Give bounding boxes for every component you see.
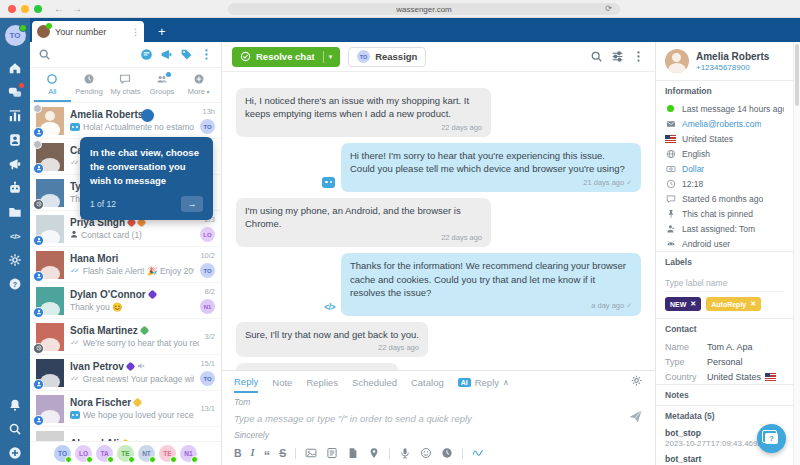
emoji-icon[interactable] [420,447,432,459]
assigned-agent-icon [33,379,44,390]
labels-icon[interactable] [180,48,193,61]
message-list: Hi, I noticed there's an issue with my s… [222,72,655,370]
search-icon[interactable] [3,417,27,441]
agent-avatar[interactable]: TO [54,445,71,462]
tab-note[interactable]: Note [272,371,292,393]
italic-icon[interactable]: I [251,448,255,459]
label-chip-autoreply[interactable]: AutoReply [706,297,761,311]
search-messages-icon[interactable] [590,50,603,63]
chat-row-hana[interactable]: Hana Mori Flash Sale Alert! 🎉 Enjoy 20% … [30,247,221,283]
back-icon[interactable]: ← [54,3,64,14]
template-icon[interactable] [326,447,338,459]
filter-pending[interactable]: Pending [71,73,108,102]
location-icon[interactable] [368,447,380,459]
tab-replies[interactable]: Replies [306,371,338,393]
tab-ai-reply[interactable]: AIReply∧ [458,371,509,393]
home-icon[interactable] [3,56,27,80]
chat-row-amelia[interactable]: Amelia Roberts Hola! Actualmente no esta… [30,103,221,139]
api-icon[interactable]: </> [3,224,27,248]
signature-toggle-icon[interactable] [472,447,484,459]
chats-icon[interactable] [3,80,27,104]
strikethrough-icon[interactable]: S [279,448,286,459]
filter-more[interactable]: More [180,73,217,102]
chat-row-nora[interactable]: Nora Fischer We hope you loved your rece… [30,391,221,427]
minimize-window-button[interactable] [21,5,29,13]
help-icon[interactable]: ? [3,272,27,296]
collapse-icon[interactable]: ∧ [503,378,509,387]
remove-label-icon[interactable] [690,300,696,308]
image-attach-icon[interactable] [305,447,317,459]
document-attach-icon[interactable] [347,447,359,459]
bot-icon[interactable] [3,176,27,200]
info-currency[interactable]: Dollar [656,161,793,176]
agent-avatar[interactable]: NT [138,445,155,462]
maximize-window-button[interactable] [34,5,42,13]
section-metadata: Metadata (5) [656,405,793,426]
contacts-icon[interactable] [3,128,27,152]
info-email[interactable]: Amelia@roberts.com [656,116,793,131]
window-controls[interactable] [8,5,42,13]
filter-groups[interactable]: Groups [144,73,181,102]
scrollbar-thumb[interactable] [795,44,799,106]
reassign-button[interactable]: TO Reassign [348,47,426,67]
agent-avatar[interactable]: N1 [180,445,197,462]
agent-avatar[interactable]: TA [96,445,113,462]
tab-catalog[interactable]: Catalog [411,371,444,393]
chat-row-dylan[interactable]: Dylan O'Connor Thank you 😊 8/2N1 [30,283,221,319]
agent-avatar[interactable]: TE [159,445,176,462]
chat-menu-icon[interactable] [632,50,645,63]
chat-list-menu-icon[interactable] [200,48,213,61]
message-input[interactable]: Type a message or type "/" in order to s… [234,409,628,428]
remove-label-icon[interactable] [750,300,756,308]
campaigns-icon[interactable] [3,152,27,176]
create-icon[interactable] [3,441,27,465]
broadcast-icon[interactable] [160,48,173,61]
contact-phone[interactable]: +12345678900 [696,63,769,72]
send-icon[interactable] [628,409,643,428]
resolve-chat-button[interactable]: Resolve chat ▾ [232,47,340,67]
mic-icon[interactable] [399,447,411,459]
label-tag-icon [125,362,135,372]
filter-all[interactable]: All [34,73,71,102]
agent-badge: TO [200,371,215,386]
new-chat-icon[interactable] [140,48,153,61]
label-input[interactable]: Type label name [665,275,784,292]
composer-settings-icon[interactable] [630,373,643,391]
close-window-button[interactable] [8,5,16,13]
reload-icon[interactable]: ⟳ [605,4,612,13]
read-ticks-icon [70,159,80,167]
page-scrollbar[interactable] [793,42,800,465]
search-chats-icon[interactable] [38,48,51,61]
notifications-icon[interactable] [3,393,27,417]
analytics-icon[interactable] [3,104,27,128]
channel-icon [33,140,42,149]
resolve-dropdown-icon[interactable]: ▾ [329,53,333,61]
agent-avatar[interactable]: LO [75,445,92,462]
label-chip-new[interactable]: NEW [665,297,701,311]
filter-my-chats[interactable]: My chats [107,73,144,102]
contact-card-icon [70,230,78,240]
address-bar[interactable]: wassenger.com ⟳ [228,3,620,15]
info-last-message: Last message 14 hours ago [656,101,793,116]
chat-row-sofia[interactable]: Sofia Martinez We're sorry to hear that … [30,319,221,355]
settings-icon[interactable] [3,248,27,272]
contact-type-row: TypePersonal [656,354,793,369]
quote-icon[interactable]: “ [264,449,271,458]
add-tab-button[interactable]: + [158,24,166,39]
message-time: 22 days ago [245,233,482,244]
schedule-icon[interactable] [441,447,453,459]
workspace-tab[interactable]: Your number [32,21,144,42]
tab-menu-icon[interactable] [131,27,139,37]
online-status-icon [667,105,674,112]
user-avatar[interactable]: TO [5,25,26,46]
agent-avatar[interactable]: TE [117,445,134,462]
tooltip-next-button[interactable]: → [181,196,203,212]
chat-row-ivan[interactable]: Ivan Petrov Great news! Your package wit… [30,355,221,391]
tab-reply[interactable]: Reply [234,371,258,393]
bold-icon[interactable]: B [234,448,242,459]
tab-scheduled[interactable]: Scheduled [352,371,397,393]
forward-icon[interactable]: → [72,3,82,14]
help-widget-button[interactable] [757,424,786,453]
files-icon[interactable] [3,200,27,224]
filter-sliders-icon[interactable] [611,50,624,63]
